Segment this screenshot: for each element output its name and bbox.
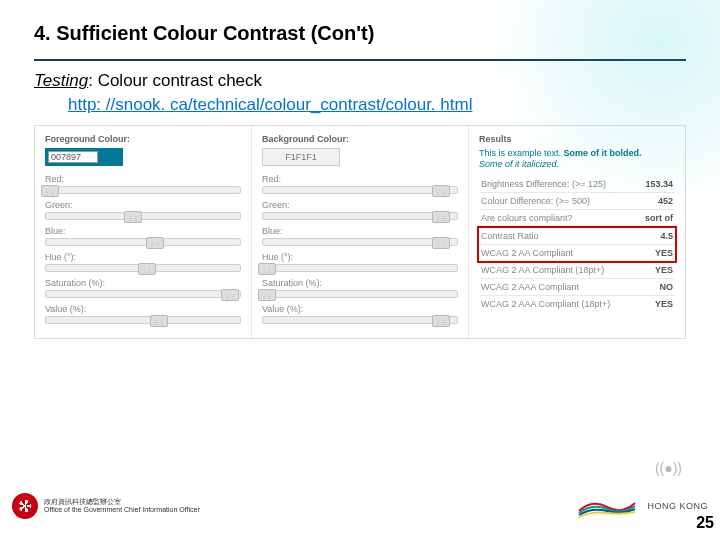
- slider-track[interactable]: ⋮⋮: [45, 186, 241, 194]
- results-column: Results This is example text. Some of it…: [469, 126, 685, 338]
- sample-line1: This is example text.: [479, 148, 564, 158]
- slider-thumb[interactable]: ⋮⋮: [432, 211, 450, 223]
- result-value: YES: [655, 265, 673, 275]
- hk-gov-logo-icon: [12, 493, 38, 519]
- slider-label: Hue (°):: [45, 252, 241, 262]
- slider-track[interactable]: ⋮⋮: [45, 316, 241, 324]
- slider-label: Red:: [45, 174, 241, 184]
- result-row: WCAG 2 AA Compliant (18pt+)YES: [479, 262, 675, 279]
- result-value: sort of: [645, 213, 673, 223]
- slider-label: Hue (°):: [262, 252, 458, 262]
- slider-thumb[interactable]: ⋮⋮: [146, 237, 164, 249]
- foreground-swatch: [45, 148, 123, 166]
- result-label: WCAG 2 AA Compliant (18pt+): [481, 265, 604, 275]
- result-value: 452: [658, 196, 673, 206]
- results-title: Results: [479, 134, 675, 144]
- slider: Value (%):⋮⋮: [45, 304, 241, 324]
- slider: Hue (°):⋮⋮: [262, 252, 458, 272]
- slider: Blue:⋮⋮: [45, 226, 241, 246]
- title-divider: [34, 59, 686, 61]
- broadcast-icon: ((●)): [655, 460, 682, 476]
- slider-thumb[interactable]: ⋮⋮: [432, 237, 450, 249]
- slider-label: Saturation (%):: [45, 278, 241, 288]
- slider-thumb[interactable]: ⋮⋮: [150, 315, 168, 327]
- result-label: Are colours compliant?: [481, 213, 573, 223]
- tool-link[interactable]: http: //snook. ca/technical/colour_contr…: [68, 95, 686, 115]
- slider: Value (%):⋮⋮: [262, 304, 458, 324]
- slider: Saturation (%):⋮⋮: [45, 278, 241, 298]
- sample-bold: Some of it bolded.: [564, 148, 642, 158]
- slider: Red:⋮⋮: [262, 174, 458, 194]
- slider-label: Value (%):: [262, 304, 458, 314]
- testing-subtitle: Testing: Colour contrast check: [34, 71, 686, 91]
- office-name: 政府資訊科技總監辦公室 Office of the Government Chi…: [44, 498, 200, 513]
- foreground-hex-input[interactable]: [48, 151, 98, 163]
- slider-label: Green:: [262, 200, 458, 210]
- page-title: 4. Sufficient Colour Contrast (Con't): [34, 22, 686, 45]
- slider-track[interactable]: ⋮⋮: [262, 186, 458, 194]
- contrast-tool: Foreground Colour: Red:⋮⋮Green:⋮⋮Blue:⋮⋮…: [34, 125, 686, 339]
- background-title: Background Colour:: [262, 134, 458, 144]
- slider: Blue:⋮⋮: [262, 226, 458, 246]
- slider-track[interactable]: ⋮⋮: [45, 290, 241, 298]
- result-label: Colour Difference: (>= 500): [481, 196, 590, 206]
- slide-header: 4. Sufficient Colour Contrast (Con't): [0, 0, 720, 51]
- slider-track[interactable]: ⋮⋮: [262, 212, 458, 220]
- slider-thumb[interactable]: ⋮⋮: [41, 185, 59, 197]
- slider-label: Saturation (%):: [262, 278, 458, 288]
- background-swatch: F1F1F1: [262, 148, 340, 166]
- result-value: 4.5: [660, 231, 673, 241]
- slider-thumb[interactable]: ⋮⋮: [221, 289, 239, 301]
- result-row: WCAG 2 AA CompliantYES: [479, 245, 675, 261]
- slider-track[interactable]: ⋮⋮: [45, 212, 241, 220]
- result-label: Brightness Difference: (>= 125): [481, 179, 606, 189]
- slider: Saturation (%):⋮⋮: [262, 278, 458, 298]
- result-row: Brightness Difference: (>= 125)153.34: [479, 176, 675, 193]
- slider-thumb[interactable]: ⋮⋮: [138, 263, 156, 275]
- slider: Green:⋮⋮: [262, 200, 458, 220]
- slider-track[interactable]: ⋮⋮: [262, 264, 458, 272]
- result-label: WCAG 2 AAA Compliant: [481, 282, 579, 292]
- slider-thumb[interactable]: ⋮⋮: [432, 315, 450, 327]
- slider-track[interactable]: ⋮⋮: [262, 238, 458, 246]
- foreground-column: Foreground Colour: Red:⋮⋮Green:⋮⋮Blue:⋮⋮…: [35, 126, 252, 338]
- result-label: Contrast Ratio: [481, 231, 539, 241]
- result-value: 153.34: [645, 179, 673, 189]
- result-row: Are colours compliant?sort of: [479, 210, 675, 227]
- hk-brand-icon: [577, 493, 637, 519]
- slider-label: Red:: [262, 174, 458, 184]
- slider-thumb[interactable]: ⋮⋮: [258, 263, 276, 275]
- result-row: WCAG 2 AAA CompliantNO: [479, 279, 675, 296]
- slider-track[interactable]: ⋮⋮: [45, 238, 241, 246]
- result-value: YES: [655, 248, 673, 258]
- result-row: WCAG 2 AAA Compliant (18pt+)YES: [479, 296, 675, 312]
- result-label: WCAG 2 AA Compliant: [481, 248, 573, 258]
- slider-thumb[interactable]: ⋮⋮: [258, 289, 276, 301]
- foreground-title: Foreground Colour:: [45, 134, 241, 144]
- result-value: YES: [655, 299, 673, 309]
- testing-text: : Colour contrast check: [88, 71, 262, 90]
- highlight-box: Contrast Ratio4.5WCAG 2 AA CompliantYES: [477, 226, 677, 263]
- testing-label: Testing: [34, 71, 88, 90]
- slider-track[interactable]: ⋮⋮: [45, 264, 241, 272]
- background-column: Background Colour: F1F1F1 Red:⋮⋮Green:⋮⋮…: [252, 126, 469, 338]
- page-number: 25: [696, 514, 714, 532]
- result-row: Colour Difference: (>= 500)452: [479, 193, 675, 210]
- sample-text: This is example text. Some of it bolded.…: [479, 148, 675, 170]
- slider: Hue (°):⋮⋮: [45, 252, 241, 272]
- slider: Green:⋮⋮: [45, 200, 241, 220]
- slider: Red:⋮⋮: [45, 174, 241, 194]
- result-value: NO: [660, 282, 674, 292]
- brand-text: HONG KONG: [647, 501, 708, 511]
- result-row: Contrast Ratio4.5: [479, 228, 675, 245]
- slider-label: Blue:: [45, 226, 241, 236]
- slider-label: Blue:: [262, 226, 458, 236]
- slider-track[interactable]: ⋮⋮: [262, 316, 458, 324]
- slider-label: Value (%):: [45, 304, 241, 314]
- sample-italic: Some of it italicized.: [479, 159, 559, 169]
- result-label: WCAG 2 AAA Compliant (18pt+): [481, 299, 610, 309]
- slider-thumb[interactable]: ⋮⋮: [432, 185, 450, 197]
- slider-track[interactable]: ⋮⋮: [262, 290, 458, 298]
- slider-thumb[interactable]: ⋮⋮: [124, 211, 142, 223]
- slide-footer: 政府資訊科技總監辦公室 Office of the Government Chi…: [0, 478, 720, 540]
